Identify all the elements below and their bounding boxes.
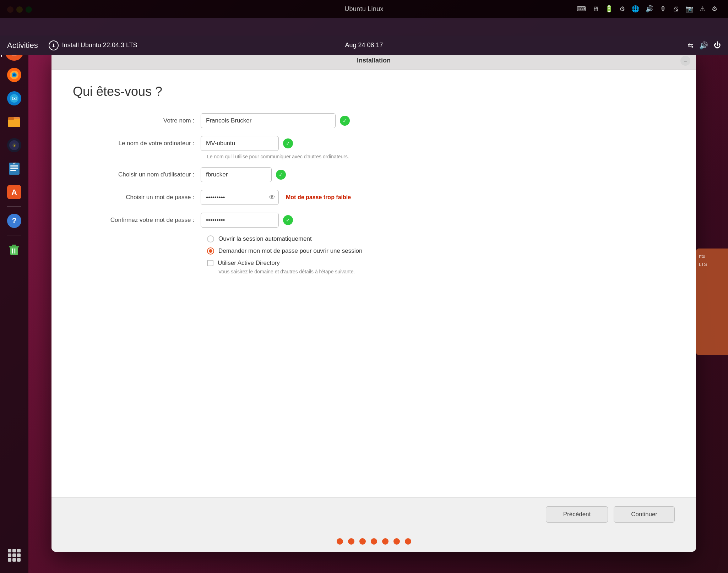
username-row: Choisir un nom d'utilisateur : ✓ bbox=[73, 167, 675, 182]
dock-item-trash[interactable] bbox=[4, 239, 25, 260]
dialog-close-button[interactable]: – bbox=[680, 56, 690, 66]
bg-window-text: ntu LTS bbox=[696, 249, 728, 272]
show-password-icon[interactable]: 👁 bbox=[269, 194, 275, 201]
name-input[interactable] bbox=[201, 113, 336, 128]
taskbar-inner: Activities ⬇ Install Ubuntu 22.04.3 LTS … bbox=[0, 36, 728, 55]
dock-item-rhythmbox[interactable]: ♪ bbox=[4, 135, 25, 156]
dock-item-firefox[interactable] bbox=[4, 64, 25, 86]
confirm-label: Confirmez votre mot de passe : bbox=[73, 217, 201, 224]
camera-icon: 📷 bbox=[685, 5, 693, 13]
svg-text:♪: ♪ bbox=[13, 143, 16, 148]
active-directory-label: Utiliser Active Directory bbox=[218, 260, 280, 267]
svg-text:A: A bbox=[11, 188, 17, 197]
files-icon bbox=[5, 113, 23, 131]
auto-login-radio[interactable] bbox=[207, 235, 214, 242]
settings-icon: ⚙ bbox=[619, 5, 625, 13]
password-row: Choisir un mot de passe : 👁 Mot de passe… bbox=[73, 190, 675, 205]
dock-item-help[interactable]: ? bbox=[4, 210, 25, 231]
continue-button[interactable]: Continuer bbox=[614, 506, 675, 523]
globe-icon: 🌐 bbox=[631, 5, 639, 13]
svg-rect-17 bbox=[10, 165, 18, 167]
svg-text:?: ? bbox=[12, 216, 16, 225]
window-title: Ubuntu Linux bbox=[344, 5, 384, 13]
hostname-valid-icon: ✓ bbox=[283, 138, 293, 148]
printer-icon: 🖨 bbox=[673, 5, 679, 13]
title-bar: Ubuntu Linux ⌨ 🖥 🔋 ⚙ 🌐 🔊 🎙 🖨 📷 ⚠ ⚙ bbox=[0, 0, 728, 18]
grid-icon bbox=[8, 549, 21, 562]
volume-icon: 🔊 bbox=[646, 5, 653, 13]
active-directory-checkbox[interactable] bbox=[207, 260, 213, 266]
dialog-footer: Précédent Continuer bbox=[51, 497, 696, 531]
display-icon: 🖥 bbox=[592, 5, 599, 13]
require-password-radio[interactable] bbox=[207, 247, 214, 255]
firefox-icon bbox=[5, 66, 23, 84]
progress-dot-4 bbox=[371, 538, 377, 545]
power-icon[interactable]: ⏻ bbox=[714, 41, 721, 49]
progress-dots bbox=[51, 531, 696, 552]
name-valid-icon: ✓ bbox=[340, 116, 350, 126]
username-label: Choisir un nom d'utilisateur : bbox=[73, 171, 201, 178]
taskbar-app-label: Install Ubuntu 22.04.3 LTS bbox=[62, 42, 137, 49]
dock-separator bbox=[7, 206, 21, 207]
active-directory-row[interactable]: Utiliser Active Directory bbox=[207, 260, 675, 267]
svg-text:✉: ✉ bbox=[12, 96, 17, 102]
activities-button[interactable]: Activities bbox=[7, 41, 38, 50]
svg-rect-10 bbox=[8, 119, 20, 127]
dock: 🔄 ✉ ♪ bbox=[0, 37, 28, 573]
dock-item-files[interactable] bbox=[4, 111, 25, 132]
svg-text:W: W bbox=[13, 162, 16, 165]
progress-dot-5 bbox=[382, 538, 389, 545]
rhythmbox-icon: ♪ bbox=[5, 136, 23, 154]
dock-item-thunderbird[interactable]: ✉ bbox=[4, 88, 25, 109]
gear-icon: ⚙ bbox=[712, 5, 717, 13]
help-icon: ? bbox=[5, 212, 23, 230]
confirm-password-row: Confirmez votre mot de passe : ✓ bbox=[73, 213, 675, 228]
dock-item-appcenter[interactable]: A bbox=[4, 181, 25, 203]
sound-icon[interactable]: 🔊 bbox=[699, 41, 708, 50]
back-button[interactable]: Précédent bbox=[546, 506, 608, 523]
battery-icon: 🔋 bbox=[605, 5, 613, 13]
network-icon[interactable]: ⇆ bbox=[688, 41, 694, 50]
username-input-wrap: ✓ bbox=[201, 167, 286, 182]
hostname-input-wrap: ✓ bbox=[201, 136, 293, 151]
hostname-hint: Le nom qu'il utilise pour communiquer av… bbox=[207, 154, 675, 159]
title-bar-icons: ⌨ 🖥 🔋 ⚙ 🌐 🔊 🎙 🖨 📷 ⚠ ⚙ bbox=[577, 5, 717, 13]
name-input-wrap: ✓ bbox=[201, 113, 350, 128]
dock-item-libreoffice[interactable]: W bbox=[4, 158, 25, 179]
installation-dialog: Installation – Qui êtes-vous ? Votre nom… bbox=[51, 51, 696, 552]
background-window-peek: ntu LTS bbox=[696, 249, 728, 355]
warning-icon: ⚠ bbox=[700, 5, 705, 13]
confirm-input-wrap: ✓ bbox=[201, 213, 293, 228]
taskbar: Activities ⬇ Install Ubuntu 22.04.3 LTS … bbox=[0, 18, 728, 37]
taskbar-datetime: Aug 24 08:17 bbox=[345, 42, 383, 49]
hostname-input[interactable] bbox=[201, 136, 279, 151]
dialog-title: Installation bbox=[357, 57, 391, 64]
require-password-label: Demander mon mot de passe pour ouvrir un… bbox=[218, 247, 362, 255]
username-valid-icon: ✓ bbox=[276, 170, 286, 180]
options-section: Ouvrir la session automatiquement Demand… bbox=[207, 235, 675, 274]
trash-icon bbox=[5, 241, 23, 258]
show-applications-button[interactable] bbox=[4, 545, 25, 566]
libreoffice-icon: W bbox=[5, 160, 23, 178]
hostname-label: Le nom de votre ordinateur : bbox=[73, 140, 201, 147]
taskbar-right-icons: ⇆ 🔊 ⏻ bbox=[688, 41, 721, 50]
progress-dot-2 bbox=[348, 538, 354, 545]
taskbar-app-icon: ⬇ bbox=[49, 40, 59, 50]
dock-separator-2 bbox=[7, 235, 21, 235]
progress-dot-1 bbox=[337, 538, 343, 545]
progress-dot-3 bbox=[359, 538, 366, 545]
password-input[interactable] bbox=[201, 190, 279, 205]
svg-point-5 bbox=[13, 73, 16, 76]
svg-rect-11 bbox=[8, 117, 14, 120]
require-password-row[interactable]: Demander mon mot de passe pour ouvrir un… bbox=[207, 247, 675, 255]
password-label: Choisir un mot de passe : bbox=[73, 194, 201, 201]
confirm-valid-icon: ✓ bbox=[283, 215, 293, 225]
auto-login-row[interactable]: Ouvrir la session automatiquement bbox=[207, 235, 675, 242]
dialog-body: Qui êtes-vous ? Votre nom : ✓ Le nom de … bbox=[51, 70, 696, 497]
password-warning: Mot de passe trop faible bbox=[286, 194, 351, 201]
username-input[interactable] bbox=[201, 167, 272, 182]
active-directory-hint: Vous saisirez le domaine et d'autres dét… bbox=[218, 269, 675, 274]
thunderbird-icon: ✉ bbox=[5, 89, 23, 107]
confirm-input[interactable] bbox=[201, 213, 279, 228]
keyboard-icon: ⌨ bbox=[577, 5, 586, 13]
